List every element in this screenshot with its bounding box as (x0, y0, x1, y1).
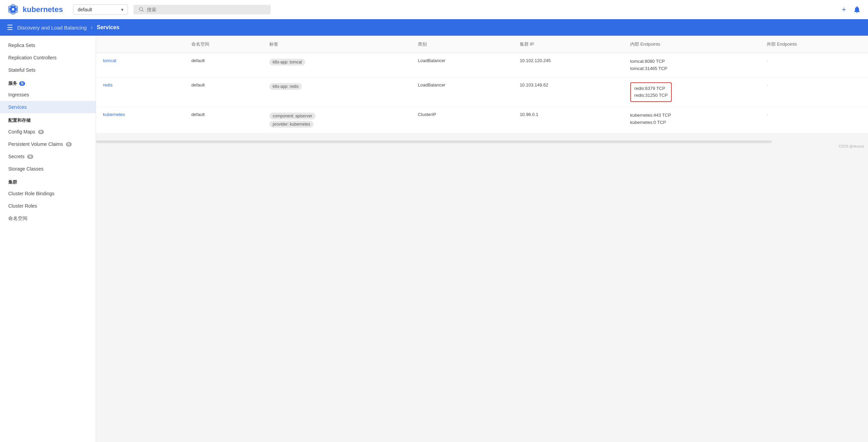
label-tag: component: apiserver (269, 113, 316, 119)
namespace-value: default (78, 7, 92, 12)
cell-internal-endpoints: redis:6379 TCPredis:31250 TCP (623, 77, 760, 107)
logo-text: kubernetes (23, 5, 63, 14)
cell-name: kubernetes (96, 107, 185, 133)
cell-name: redis (96, 77, 185, 107)
cell-internal-endpoints: kubernetes:443 TCPkubernetes:0 TCP (623, 107, 760, 133)
namespace-selector[interactable]: default (73, 4, 128, 15)
hamburger-menu-icon[interactable]: ☰ (7, 23, 13, 32)
sidebar-item-ingresses[interactable]: Ingresses (0, 89, 96, 101)
item-badge: N (38, 130, 44, 134)
label-tag: k8s-app: redis (269, 83, 302, 90)
sidebar-item-stateful-sets[interactable]: Stateful Sets (0, 64, 96, 76)
svg-point-2 (12, 8, 14, 10)
cell-namespace: default (185, 53, 262, 78)
cell-cluster-ip: 10.102.120.245 (513, 53, 623, 78)
cell-type: LoadBalancer (411, 77, 513, 107)
section-title: 配置和存储 (8, 117, 31, 124)
sidebar-label: Stateful Sets (8, 67, 35, 73)
cell-labels: k8s-app: redis (262, 77, 411, 107)
svg-line-10 (142, 10, 143, 11)
sidebar-item-replication-controllers[interactable]: Replication Controllers (0, 51, 96, 64)
cell-external-endpoints: - (760, 107, 868, 133)
breadcrumb-bar: ☰ Discovery and Load Balancing › Service… (0, 19, 868, 36)
section-title: 集群 (8, 179, 17, 185)
col-namespace: 命名空间 (185, 36, 262, 53)
sidebar-label: Services (8, 104, 27, 110)
sidebar-label: Storage Classes (8, 166, 44, 172)
cell-namespace: default (185, 107, 262, 133)
services-table: 命名空间 标签 类别 集群 IP 内部 Endpoints 外部 Endpoin… (96, 36, 868, 133)
logo-area: kubernetes (7, 3, 63, 16)
sidebar-item-secrets[interactable]: Secrets N (0, 150, 96, 163)
table-row[interactable]: kubernetesdefaultcomponent: apiserverpro… (96, 107, 868, 133)
main-content: 命名空间 标签 类别 集群 IP 内部 Endpoints 外部 Endpoin… (96, 36, 868, 442)
endpoint-value: tomcat:8080 TCP (630, 58, 753, 65)
horizontal-scrollbar[interactable] (96, 140, 772, 143)
sidebar-item-cluster-role-bindings[interactable]: Cluster Role Bindings (0, 187, 96, 200)
section-title: 服务 (8, 80, 17, 86)
cell-namespace: default (185, 77, 262, 107)
search-input[interactable] (147, 7, 265, 12)
nav-actions: + (842, 5, 861, 14)
footer-text: CSOS @okuoca (838, 144, 864, 148)
kubernetes-logo-icon (7, 3, 19, 16)
label-tag: provider: kubernetes (269, 121, 314, 128)
sidebar-item-services[interactable]: Services (0, 101, 96, 113)
namespace-chevron-icon (121, 7, 124, 12)
sidebar-item-replica-sets[interactable]: Replica Sets (0, 39, 96, 51)
endpoint-value: redis:31250 TCP (634, 92, 668, 99)
cell-name: tomcat (96, 53, 185, 78)
cell-type: LoadBalancer (411, 53, 513, 78)
sidebar-section-config: 配置和存储 (0, 113, 96, 126)
sidebar: Replica Sets Replication Controllers Sta… (0, 36, 96, 442)
col-type: 类别 (411, 36, 513, 53)
sidebar-label: Replication Controllers (8, 55, 57, 60)
sidebar-item-config-maps[interactable]: Config Maps N (0, 126, 96, 138)
endpoint-value: tomcat:31465 TCP (630, 65, 753, 72)
table-row[interactable]: tomcatdefaultk8s-app: tomcatLoadBalancer… (96, 53, 868, 78)
sidebar-label: Cluster Role Bindings (8, 191, 55, 196)
top-nav: kubernetes default + (0, 0, 868, 19)
endpoint-value: kubernetes:443 TCP (630, 112, 753, 119)
sidebar-item-storage-classes[interactable]: Storage Classes (0, 163, 96, 175)
item-badge: N (66, 142, 72, 147)
highlighted-endpoints: redis:6379 TCPredis:31250 TCP (630, 82, 672, 102)
sidebar-label: Persistent Volume Claims (8, 141, 63, 147)
label-tag: k8s-app: tomcat (269, 59, 305, 66)
cell-external-endpoints: - (760, 77, 868, 107)
sidebar-label: Ingresses (8, 92, 29, 97)
sidebar-label: Config Maps (8, 129, 35, 135)
sidebar-label: Replica Sets (8, 43, 35, 48)
add-button[interactable]: + (842, 5, 846, 14)
section-badge: N (19, 81, 25, 86)
col-labels: 标签 (262, 36, 411, 53)
services-table-container: 命名空间 标签 类别 集群 IP 内部 Endpoints 外部 Endpoin… (96, 36, 868, 133)
footer: CSOS @okuoca (96, 143, 868, 150)
bell-icon[interactable] (853, 5, 861, 14)
search-icon (139, 7, 144, 12)
col-cluster-ip: 集群 IP (513, 36, 623, 53)
sidebar-item-pvc[interactable]: Persistent Volume Claims N (0, 138, 96, 150)
cell-external-endpoints: - (760, 53, 868, 78)
cell-internal-endpoints: tomcat:8080 TCPtomcat:31465 TCP (623, 53, 760, 78)
sidebar-label: Secrets (8, 154, 24, 159)
col-internal-endpoints: 内部 Endpoints (623, 36, 760, 53)
col-name (96, 36, 185, 53)
sidebar-label: 命名空间 (8, 216, 27, 222)
sidebar-section-cluster: 集群 (0, 175, 96, 187)
sidebar-item-cluster-roles[interactable]: Cluster Roles (0, 200, 96, 212)
item-badge: N (27, 154, 33, 159)
table-header-row: 命名空间 标签 类别 集群 IP 内部 Endpoints 外部 Endpoin… (96, 36, 868, 53)
sidebar-label: Cluster Roles (8, 203, 37, 209)
endpoint-value: redis:6379 TCP (634, 85, 668, 92)
breadcrumb-separator: › (91, 24, 93, 31)
breadcrumb-parent[interactable]: Discovery and Load Balancing (17, 25, 87, 31)
cell-cluster-ip: 10.96.0.1 (513, 107, 623, 133)
cell-labels: k8s-app: tomcat (262, 53, 411, 78)
search-bar (133, 5, 271, 14)
table-row[interactable]: redisdefaultk8s-app: redisLoadBalancer10… (96, 77, 868, 107)
cell-type: ClusterIP (411, 107, 513, 133)
endpoint-value: kubernetes:0 TCP (630, 119, 753, 126)
main-layout: Replica Sets Replication Controllers Sta… (0, 36, 868, 442)
sidebar-item-namespaces[interactable]: 命名空间 (0, 212, 96, 225)
